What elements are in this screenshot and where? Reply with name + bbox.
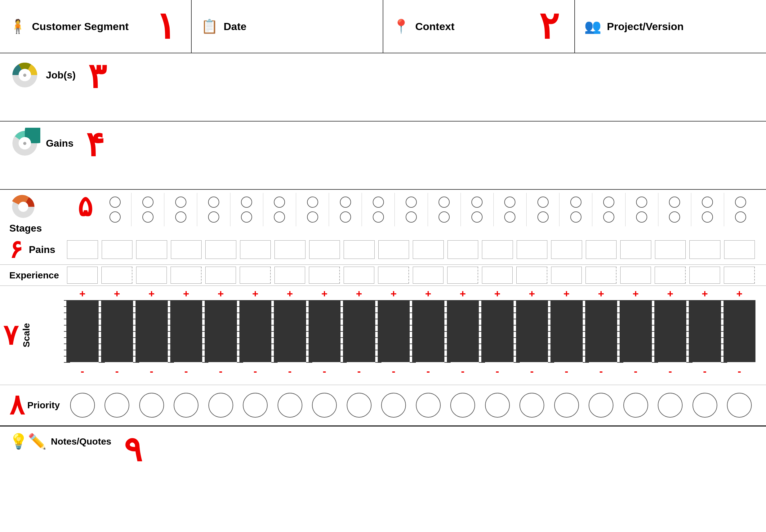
priority-circle-10[interactable] bbox=[416, 393, 441, 418]
exp-box-10[interactable] bbox=[413, 267, 444, 284]
stages-col-15[interactable] bbox=[592, 193, 625, 226]
stages-col-5[interactable] bbox=[263, 193, 296, 226]
priority-circle-12[interactable] bbox=[485, 393, 510, 418]
stage-radio-bottom-17[interactable] bbox=[669, 211, 680, 223]
priority-circle-5[interactable] bbox=[243, 393, 268, 418]
stage-radio-bottom-0[interactable] bbox=[109, 211, 121, 223]
pain-box-12[interactable] bbox=[482, 240, 513, 259]
exp-box-15[interactable] bbox=[586, 267, 617, 284]
stages-col-18[interactable] bbox=[691, 193, 724, 226]
pain-box-2[interactable] bbox=[136, 240, 167, 259]
pain-box-1[interactable] bbox=[102, 240, 133, 259]
stages-col-16[interactable] bbox=[626, 193, 658, 226]
pain-box-8[interactable] bbox=[343, 240, 374, 259]
exp-box-16[interactable] bbox=[620, 267, 651, 284]
stages-col-19[interactable] bbox=[724, 193, 757, 226]
stage-radio-bottom-2[interactable] bbox=[175, 211, 186, 223]
stage-radio-bottom-6[interactable] bbox=[307, 211, 318, 223]
stage-radio-bottom-1[interactable] bbox=[142, 211, 153, 223]
stages-col-1[interactable] bbox=[131, 193, 164, 226]
exp-box-2[interactable] bbox=[136, 267, 167, 284]
priority-circle-4[interactable] bbox=[208, 393, 233, 418]
stages-col-2[interactable] bbox=[164, 193, 197, 226]
stage-radio-bottom-7[interactable] bbox=[340, 211, 351, 223]
exp-box-13[interactable] bbox=[516, 267, 547, 284]
priority-circle-9[interactable] bbox=[381, 393, 406, 418]
stages-col-14[interactable] bbox=[560, 193, 592, 226]
pain-box-16[interactable] bbox=[620, 240, 651, 259]
pain-box-9[interactable] bbox=[378, 240, 410, 259]
pain-box-11[interactable] bbox=[448, 240, 479, 259]
priority-circle-0[interactable] bbox=[70, 393, 95, 418]
stage-radio-top-5[interactable] bbox=[274, 197, 285, 208]
stage-radio-bottom-3[interactable] bbox=[208, 211, 219, 223]
date-cell[interactable]: 📋 Date bbox=[192, 0, 383, 53]
priority-circle-16[interactable] bbox=[623, 393, 648, 418]
stage-radio-bottom-18[interactable] bbox=[702, 211, 713, 223]
pain-box-14[interactable] bbox=[551, 240, 582, 259]
stages-col-9[interactable] bbox=[395, 193, 428, 226]
priority-circle-2[interactable] bbox=[139, 393, 164, 418]
stage-radio-top-3[interactable] bbox=[208, 197, 219, 208]
stage-radio-bottom-10[interactable] bbox=[439, 211, 450, 223]
stage-radio-top-6[interactable] bbox=[307, 197, 318, 208]
exp-box-6[interactable] bbox=[274, 267, 305, 284]
pain-box-13[interactable] bbox=[517, 240, 548, 259]
stage-radio-bottom-8[interactable] bbox=[373, 211, 384, 223]
stage-radio-top-1[interactable] bbox=[142, 197, 153, 208]
exp-box-8[interactable] bbox=[343, 267, 374, 284]
exp-box-19[interactable] bbox=[724, 267, 755, 284]
customer-segment-cell[interactable]: 🧍 Customer Segment ١ bbox=[0, 0, 192, 53]
stage-radio-bottom-5[interactable] bbox=[274, 211, 285, 223]
stage-radio-top-15[interactable] bbox=[603, 197, 614, 208]
pain-box-19[interactable] bbox=[724, 240, 755, 259]
stage-radio-bottom-9[interactable] bbox=[406, 211, 417, 223]
stages-col-11[interactable] bbox=[461, 193, 494, 226]
priority-circle-13[interactable] bbox=[520, 393, 544, 418]
stages-col-10[interactable] bbox=[428, 193, 461, 226]
priority-circle-8[interactable] bbox=[347, 393, 371, 418]
stage-radio-bottom-12[interactable] bbox=[504, 211, 516, 223]
stage-radio-top-11[interactable] bbox=[472, 197, 483, 208]
pain-box-7[interactable] bbox=[309, 240, 340, 259]
stage-radio-top-13[interactable] bbox=[538, 197, 549, 208]
stage-radio-top-16[interactable] bbox=[636, 197, 647, 208]
pain-box-17[interactable] bbox=[655, 240, 686, 259]
stages-col-3[interactable] bbox=[197, 193, 230, 226]
stage-radio-bottom-4[interactable] bbox=[241, 211, 252, 223]
exp-box-9[interactable] bbox=[378, 267, 409, 284]
priority-circle-15[interactable] bbox=[589, 393, 613, 418]
priority-circle-6[interactable] bbox=[277, 393, 302, 418]
exp-box-0[interactable] bbox=[67, 267, 98, 284]
stage-radio-top-0[interactable] bbox=[109, 197, 121, 208]
project-version-cell[interactable]: 👥 Project/Version bbox=[575, 0, 766, 53]
stages-col-6[interactable] bbox=[296, 193, 329, 226]
stage-radio-top-12[interactable] bbox=[504, 197, 516, 208]
pain-box-5[interactable] bbox=[240, 240, 271, 259]
stages-col-13[interactable] bbox=[527, 193, 560, 226]
priority-circle-7[interactable] bbox=[312, 393, 337, 418]
priority-circle-14[interactable] bbox=[554, 393, 579, 418]
context-cell[interactable]: 📍 Context ٢ bbox=[383, 0, 575, 53]
stage-radio-bottom-15[interactable] bbox=[603, 211, 614, 223]
exp-box-11[interactable] bbox=[447, 267, 478, 284]
stage-radio-top-10[interactable] bbox=[439, 197, 450, 208]
stages-col-17[interactable] bbox=[658, 193, 691, 226]
exp-box-18[interactable] bbox=[689, 267, 720, 284]
priority-circle-18[interactable] bbox=[693, 393, 717, 418]
exp-box-3[interactable] bbox=[170, 267, 201, 284]
priority-circle-11[interactable] bbox=[450, 393, 475, 418]
priority-circle-17[interactable] bbox=[658, 393, 683, 418]
pain-box-3[interactable] bbox=[171, 240, 202, 259]
stage-radio-top-14[interactable] bbox=[570, 197, 582, 208]
exp-box-5[interactable] bbox=[240, 267, 271, 284]
stage-radio-bottom-13[interactable] bbox=[538, 211, 549, 223]
stage-radio-bottom-14[interactable] bbox=[570, 211, 582, 223]
exp-box-12[interactable] bbox=[482, 267, 513, 284]
exp-box-4[interactable] bbox=[205, 267, 236, 284]
exp-box-14[interactable] bbox=[551, 267, 582, 284]
stage-radio-top-17[interactable] bbox=[669, 197, 680, 208]
exp-box-1[interactable] bbox=[101, 267, 132, 284]
stages-col-4[interactable] bbox=[230, 193, 263, 226]
stage-radio-top-9[interactable] bbox=[406, 197, 417, 208]
